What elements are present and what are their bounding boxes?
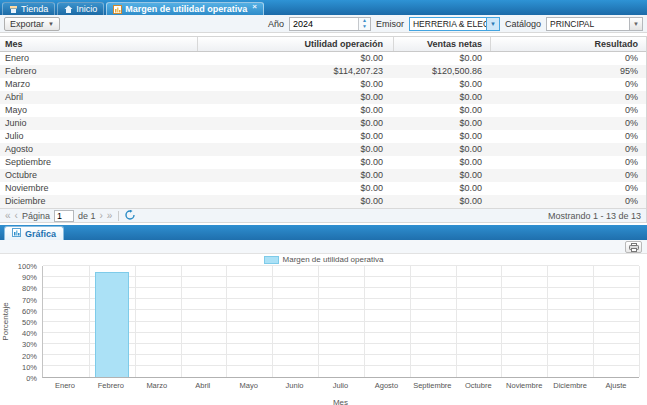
chart-plot bbox=[42, 266, 639, 378]
table-cell: 0% bbox=[490, 130, 646, 143]
tab-margen-utilidad[interactable]: Margen de utilidad operativa × bbox=[106, 2, 264, 15]
year-field[interactable]: ▲ ▼ bbox=[289, 17, 371, 31]
table-cell: $0.00 bbox=[393, 117, 490, 130]
table-cell: $0.00 bbox=[197, 169, 393, 182]
chevron-down-icon[interactable]: ▼ bbox=[486, 18, 499, 30]
table-cell: $0.00 bbox=[197, 195, 393, 208]
refresh-icon[interactable] bbox=[125, 210, 135, 222]
y-tick-label: 60% bbox=[0, 307, 37, 316]
table-cell: 95% bbox=[490, 65, 646, 78]
emisor-combobox[interactable]: HERRERIA & ELECTR ▼ bbox=[409, 17, 500, 31]
table-row[interactable]: Mayo$0.00$0.000% bbox=[0, 104, 646, 117]
table-cell: $0.00 bbox=[197, 52, 393, 65]
column-header-utilidad[interactable]: Utilidad operación bbox=[197, 37, 393, 51]
chevron-down-icon[interactable]: ▼ bbox=[629, 18, 642, 30]
table-cell: Noviembre bbox=[0, 182, 197, 195]
chart-legend[interactable]: Margen de utilidad operativa bbox=[0, 255, 647, 264]
table-cell: $0.00 bbox=[393, 91, 490, 104]
report-toolbar: Exportar ▼ Año ▲ ▼ Emisor HERRERIA & ELE… bbox=[0, 15, 647, 33]
catalogo-value: PRINCIPAL bbox=[547, 18, 629, 30]
table-cell: 0% bbox=[490, 78, 646, 91]
spinner-down-icon[interactable]: ▼ bbox=[359, 24, 370, 30]
year-spinner[interactable]: ▲ ▼ bbox=[358, 18, 370, 30]
y-tick-label: 40% bbox=[0, 329, 37, 338]
table-cell: Abril bbox=[0, 91, 197, 104]
table-row[interactable]: Septiembre$0.00$0.000% bbox=[0, 156, 646, 169]
tab-label: Gráfica bbox=[25, 229, 56, 239]
table-cell: Septiembre bbox=[0, 156, 197, 169]
table-row[interactable]: Noviembre$0.00$0.000% bbox=[0, 182, 646, 195]
table-cell: Febrero bbox=[0, 65, 197, 78]
legend-swatch bbox=[264, 256, 279, 264]
year-input[interactable] bbox=[290, 18, 358, 30]
x-tick-label: Febrero bbox=[88, 381, 134, 390]
print-button[interactable] bbox=[625, 241, 642, 253]
x-tick-label: Agosto bbox=[363, 381, 409, 390]
page-input[interactable] bbox=[54, 210, 74, 222]
table-cell: 0% bbox=[490, 195, 646, 208]
table-cell: 0% bbox=[490, 182, 646, 195]
legend-label: Margen de utilidad operativa bbox=[283, 255, 384, 264]
table-row[interactable]: Julio$0.00$0.000% bbox=[0, 130, 646, 143]
table-cell: $0.00 bbox=[393, 143, 490, 156]
gridline-vertical bbox=[501, 266, 502, 377]
x-tick-label: Octubre bbox=[455, 381, 501, 390]
first-page-icon[interactable]: « bbox=[5, 211, 11, 221]
close-icon[interactable]: × bbox=[252, 3, 257, 11]
tab-inicio[interactable]: Inicio bbox=[57, 2, 104, 15]
table-cell: Diciembre bbox=[0, 195, 197, 208]
x-tick-label: Julio bbox=[318, 381, 364, 390]
gridline-horizontal bbox=[43, 354, 639, 355]
table-cell: $120,500.86 bbox=[393, 65, 490, 78]
table-row[interactable]: Junio$0.00$0.000% bbox=[0, 117, 646, 130]
tab-label: Tienda bbox=[21, 4, 48, 14]
printer-icon bbox=[629, 238, 639, 256]
table-row[interactable]: Enero$0.00$0.000% bbox=[0, 52, 646, 65]
gridline-horizontal bbox=[43, 287, 639, 288]
table-row[interactable]: Marzo$0.00$0.000% bbox=[0, 78, 646, 91]
table-row[interactable]: Agosto$0.00$0.000% bbox=[0, 143, 646, 156]
export-button[interactable]: Exportar ▼ bbox=[4, 17, 60, 31]
catalogo-combobox[interactable]: PRINCIPAL ▼ bbox=[546, 17, 643, 31]
table-cell: $0.00 bbox=[393, 78, 490, 91]
next-page-icon[interactable]: › bbox=[99, 211, 102, 221]
x-tick-label: Marzo bbox=[134, 381, 180, 390]
table-row[interactable]: Octubre$0.00$0.000% bbox=[0, 169, 646, 182]
table-cell: $0.00 bbox=[197, 143, 393, 156]
table-cell: $0.00 bbox=[393, 156, 490, 169]
table-row[interactable]: Abril$0.00$0.000% bbox=[0, 91, 646, 104]
gridline-vertical bbox=[272, 266, 273, 377]
chart-tab-bar: Gráfica bbox=[0, 225, 647, 240]
table-cell: Octubre bbox=[0, 169, 197, 182]
y-tick-label: 0% bbox=[0, 374, 37, 383]
x-tick-label: Abril bbox=[180, 381, 226, 390]
column-header-ventas[interactable]: Ventas netas bbox=[393, 37, 490, 51]
gridline-vertical bbox=[226, 266, 227, 377]
y-tick-label: 30% bbox=[0, 340, 37, 349]
column-header-resultado[interactable]: Resultado bbox=[490, 37, 646, 51]
table-cell: $0.00 bbox=[197, 78, 393, 91]
pagination-bar: « ‹ Página de 1 › » Mostrando 1 - 13 de … bbox=[0, 208, 646, 223]
bar-febrero[interactable] bbox=[95, 272, 129, 377]
column-header-mes[interactable]: Mes bbox=[0, 37, 197, 51]
table-cell: Agosto bbox=[0, 143, 197, 156]
table-cell: $0.00 bbox=[197, 156, 393, 169]
table-row[interactable]: Diciembre$0.00$0.000% bbox=[0, 195, 646, 208]
table-cell: $0.00 bbox=[393, 130, 490, 143]
table-cell: $0.00 bbox=[197, 91, 393, 104]
prev-page-icon[interactable]: ‹ bbox=[15, 211, 18, 221]
table-cell: $114,207.23 bbox=[197, 65, 393, 78]
emisor-label: Emisor bbox=[376, 19, 404, 29]
y-tick-label: 50% bbox=[0, 318, 37, 327]
gridline-horizontal bbox=[43, 321, 639, 322]
tab-tienda[interactable]: Tienda bbox=[2, 2, 55, 15]
table-cell: 0% bbox=[490, 143, 646, 156]
last-page-icon[interactable]: » bbox=[107, 211, 113, 221]
gridline-vertical bbox=[181, 266, 182, 377]
table-row[interactable]: Febrero$114,207.23$120,500.8695% bbox=[0, 65, 646, 78]
tab-grafica[interactable]: Gráfica bbox=[4, 226, 64, 240]
table-cell: $0.00 bbox=[393, 195, 490, 208]
page-label: Página bbox=[22, 211, 50, 221]
x-axis-title: Mes bbox=[42, 398, 639, 405]
gridline-horizontal bbox=[43, 265, 639, 266]
